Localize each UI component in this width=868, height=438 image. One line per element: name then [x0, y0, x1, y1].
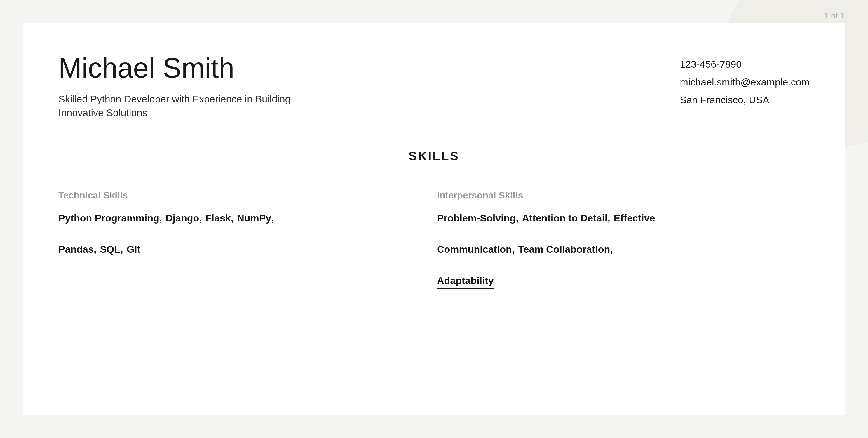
skill-item-numpy: NumPy,	[237, 213, 274, 226]
contact-email: michael.smith@example.com	[680, 73, 810, 91]
skill-item-pandas: Pandas,	[58, 244, 96, 257]
skill-item-python: Python Programming,	[58, 213, 162, 226]
interpersonal-skills-label: Interpersonal Skills	[437, 190, 810, 201]
technical-skills-row-2: Pandas, SQL, Git	[58, 244, 431, 266]
section-divider	[58, 172, 810, 173]
skill-item-team-collaboration: Team Collaboration,	[518, 244, 613, 257]
skill-item-git: Git	[127, 244, 141, 257]
skill-item-sql: SQL,	[100, 244, 123, 257]
contact-phone: 123-456-7890	[680, 56, 810, 73]
skill-git: Git	[127, 244, 141, 257]
header-section: Michael Smith Skilled Python Developer w…	[58, 53, 810, 120]
skills-section-title: SKILLS	[58, 149, 810, 163]
skill-adaptability: Adaptability	[437, 275, 494, 289]
skill-item-adaptability: Adaptability	[437, 275, 494, 289]
technical-skills-label: Technical Skills	[58, 190, 431, 201]
interpersonal-skills-row-1: Problem-Solving, Attention to Detail, Ef…	[437, 213, 810, 235]
skill-python: Python Programming	[58, 213, 159, 226]
technical-skills-column: Technical Skills Python Programming, Dja…	[58, 190, 431, 306]
skill-sql: SQL	[100, 244, 120, 257]
interpersonal-skills-row-2: Communication, Team Collaboration,	[437, 244, 810, 266]
skill-item-flask: Flask,	[206, 213, 234, 226]
header-right: 123-456-7890 michael.smith@example.com S…	[656, 53, 810, 109]
skill-communication: Communication	[437, 244, 512, 257]
skill-item-django: Django,	[165, 213, 202, 226]
skills-section: SKILLS Technical Skills Python Programmi…	[58, 149, 810, 306]
header-left: Michael Smith Skilled Python Developer w…	[58, 53, 656, 120]
skill-item-problem-solving: Problem-Solving,	[437, 213, 519, 226]
skill-item-communication: Communication,	[437, 244, 515, 257]
skill-problem-solving: Problem-Solving	[437, 213, 516, 226]
skill-attention-detail: Attention to Detail	[522, 213, 608, 226]
technical-skills-row-1: Python Programming, Django, Flask, NumPy…	[58, 213, 431, 235]
skill-flask: Flask	[206, 213, 231, 226]
page-counter: 1 of 1	[824, 11, 845, 21]
skill-effective: Effective	[614, 213, 655, 226]
skill-item-effective: Effective	[614, 213, 655, 226]
skill-django: Django	[165, 213, 199, 226]
skill-team-collaboration: Team Collaboration	[518, 244, 610, 257]
candidate-name: Michael Smith	[58, 53, 656, 84]
skill-pandas: Pandas	[58, 244, 94, 257]
candidate-tagline: Skilled Python Developer with Experience…	[58, 92, 321, 120]
contact-location: San Francisco, USA	[680, 91, 810, 109]
skill-numpy: NumPy	[237, 213, 271, 226]
resume-container: Michael Smith Skilled Python Developer w…	[23, 23, 845, 415]
skill-item-attention-detail: Attention to Detail,	[522, 213, 610, 226]
skills-grid: Technical Skills Python Programming, Dja…	[58, 190, 810, 306]
interpersonal-skills-column: Interpersonal Skills Problem-Solving, At…	[437, 190, 810, 306]
interpersonal-skills-row-3: Adaptability	[437, 275, 810, 298]
